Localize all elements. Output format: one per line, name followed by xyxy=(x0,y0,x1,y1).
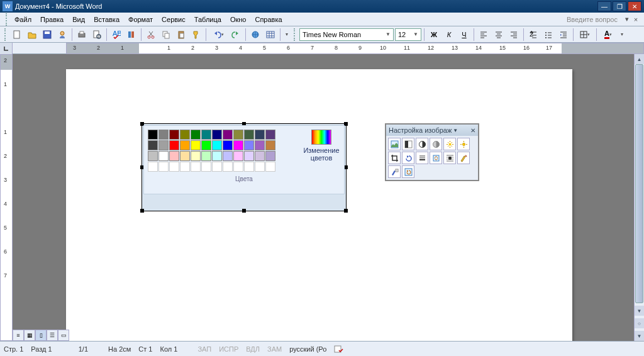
scroll-thumb[interactable] xyxy=(635,64,643,303)
redo-button[interactable] xyxy=(229,28,243,42)
close-button[interactable]: ✕ xyxy=(628,1,641,11)
status-lang[interactable]: русский (Ро xyxy=(289,345,326,353)
toolbar-options-icon[interactable]: ▾ xyxy=(283,28,291,42)
color-swatch[interactable] xyxy=(158,140,169,150)
color-swatch[interactable] xyxy=(180,130,190,140)
scroll-up-icon[interactable]: ▲ xyxy=(635,54,644,64)
color-swatch-empty[interactable] xyxy=(169,162,179,172)
bullet-list-button[interactable] xyxy=(541,28,555,42)
color-swatch-empty[interactable] xyxy=(148,162,158,172)
color-swatch[interactable] xyxy=(180,140,190,150)
picture-toolbar-title[interactable]: Настройка изображ▼ ✕ xyxy=(386,125,478,136)
less-brightness-button[interactable] xyxy=(457,138,470,150)
paste-button[interactable] xyxy=(174,28,188,42)
text-wrap-button[interactable] xyxy=(443,152,456,164)
color-swatch[interactable] xyxy=(212,140,222,150)
picture-toolbar[interactable]: Настройка изображ▼ ✕ xyxy=(385,123,479,181)
color-swatch[interactable] xyxy=(169,151,179,161)
menu-edit[interactable]: Правка xyxy=(36,14,68,25)
outline-view-button[interactable]: ☰ xyxy=(47,330,58,341)
more-contrast-button[interactable] xyxy=(416,138,428,150)
scroll-down-icon[interactable]: ▼ xyxy=(635,306,644,316)
font-name-combo[interactable]: Times New Roman▼ xyxy=(299,28,394,41)
status-rec[interactable]: ЗАП xyxy=(197,345,211,353)
color-swatch-empty[interactable] xyxy=(255,162,265,172)
borders-button[interactable]: ▾ xyxy=(576,28,594,42)
permission-button[interactable] xyxy=(55,28,69,42)
italic-button[interactable]: К xyxy=(442,28,456,42)
color-swatch[interactable] xyxy=(191,151,201,161)
menu-format[interactable]: Формат xyxy=(124,14,157,25)
menu-tools[interactable]: Сервис xyxy=(157,14,190,25)
new-doc-button[interactable] xyxy=(10,28,24,42)
format-painter-button[interactable] xyxy=(189,28,203,42)
align-center-button[interactable] xyxy=(492,28,506,42)
underline-button[interactable]: Ч xyxy=(457,28,471,42)
color-swatch[interactable] xyxy=(223,140,233,150)
grip-handle[interactable] xyxy=(294,28,296,41)
grip-handle[interactable] xyxy=(4,28,7,41)
align-right-button[interactable] xyxy=(507,28,521,42)
next-page-icon[interactable]: ▼ xyxy=(635,331,644,341)
crop-button[interactable] xyxy=(388,152,401,164)
copy-button[interactable] xyxy=(159,28,173,42)
color-swatch-empty[interactable] xyxy=(265,162,275,172)
menu-window[interactable]: Окно xyxy=(226,14,251,25)
color-swatch[interactable] xyxy=(265,151,275,161)
print-preview-button[interactable] xyxy=(90,28,104,42)
ask-question-box[interactable]: Введите вопрос xyxy=(567,16,623,23)
color-swatch[interactable] xyxy=(255,140,265,150)
color-swatch-empty[interactable] xyxy=(223,162,233,172)
reading-view-button[interactable]: ▭ xyxy=(58,330,69,341)
save-button[interactable] xyxy=(40,28,54,42)
doc-close-icon[interactable]: × xyxy=(631,16,640,23)
color-swatch[interactable] xyxy=(255,130,265,140)
color-swatch[interactable] xyxy=(223,151,233,161)
color-swatch-empty[interactable] xyxy=(244,162,254,172)
format-picture-button[interactable] xyxy=(457,152,470,164)
grip-handle[interactable] xyxy=(6,13,8,26)
color-swatch[interactable] xyxy=(148,130,158,140)
color-swatch-empty[interactable] xyxy=(191,162,201,172)
spellcheck-status-icon[interactable] xyxy=(334,345,344,353)
insert-picture-button[interactable] xyxy=(388,138,401,150)
color-swatch[interactable] xyxy=(244,140,254,150)
line-style-button[interactable] xyxy=(416,152,428,164)
color-swatch-empty[interactable] xyxy=(158,162,169,172)
color-swatch[interactable] xyxy=(233,140,243,150)
tab-selector[interactable] xyxy=(0,43,13,54)
color-swatch[interactable] xyxy=(169,140,179,150)
numbered-list-button[interactable]: 12 xyxy=(526,28,540,42)
spellcheck-button[interactable]: ABC xyxy=(109,28,123,42)
menu-dropdown-icon[interactable]: ▾ xyxy=(623,15,631,23)
rotate-left-button[interactable] xyxy=(402,152,414,164)
web-view-button[interactable]: ▦ xyxy=(24,330,35,341)
color-swatch[interactable] xyxy=(223,130,233,140)
menu-help[interactable]: Справка xyxy=(250,14,286,25)
toolbar-close-icon[interactable]: ✕ xyxy=(470,127,475,134)
compress-button[interactable] xyxy=(430,152,442,164)
color-button[interactable] xyxy=(402,138,414,150)
color-swatch[interactable] xyxy=(191,130,201,140)
menu-view[interactable]: Вид xyxy=(68,14,89,25)
print-view-button[interactable]: ▯ xyxy=(35,330,47,341)
print-button[interactable] xyxy=(75,28,89,42)
undo-button[interactable]: ▾ xyxy=(209,28,228,42)
toolbar-options-icon[interactable]: ▾ xyxy=(618,28,626,42)
color-swatch[interactable] xyxy=(212,151,222,161)
color-swatch[interactable] xyxy=(158,151,169,161)
color-swatch[interactable] xyxy=(148,140,158,150)
set-transparent-button[interactable] xyxy=(388,165,401,178)
increase-indent-button[interactable] xyxy=(557,28,570,42)
open-button[interactable] xyxy=(25,28,39,42)
color-swatch[interactable] xyxy=(255,151,265,161)
color-swatch-empty[interactable] xyxy=(180,162,190,172)
vertical-scrollbar[interactable]: ▲ ▼ ○ ▼ xyxy=(634,54,644,341)
menu-table[interactable]: Таблица xyxy=(190,14,226,25)
table-button[interactable] xyxy=(264,28,277,42)
research-button[interactable] xyxy=(125,28,138,42)
color-swatch-empty[interactable] xyxy=(212,162,222,172)
maximize-button[interactable]: ❐ xyxy=(613,1,626,11)
align-left-button[interactable] xyxy=(477,28,491,42)
more-brightness-button[interactable] xyxy=(443,138,456,150)
